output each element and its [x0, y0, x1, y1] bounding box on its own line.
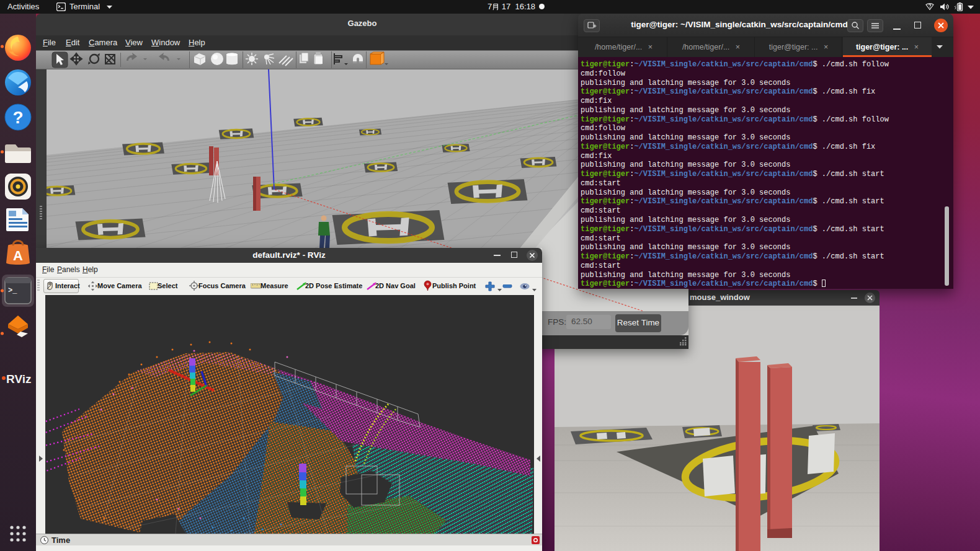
svg-text:RViz: RViz: [6, 372, 32, 386]
svg-text:>_: >_: [8, 286, 17, 295]
svg-text:?: ?: [12, 108, 23, 127]
svg-text:A: A: [13, 248, 23, 263]
